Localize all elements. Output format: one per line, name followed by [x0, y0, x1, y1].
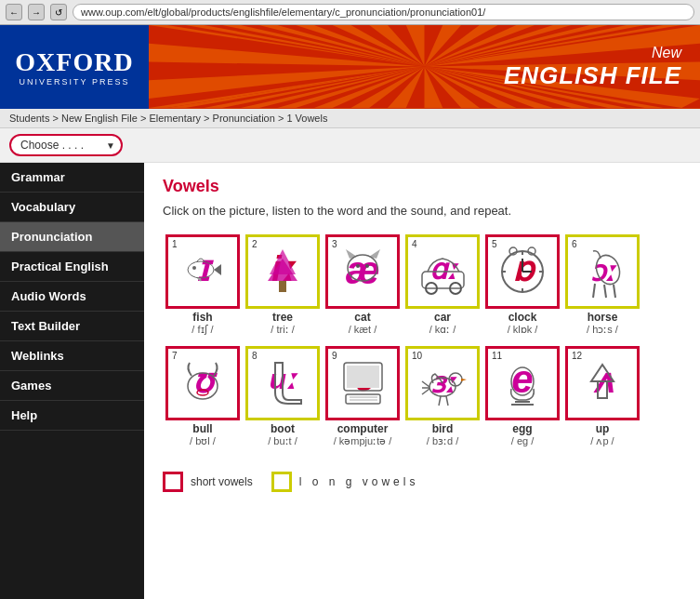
vowel-phonetic-up: / ʌp / [590, 435, 614, 447]
navigation-dropdown[interactable]: Choose . . . . Pronunciation 1 Pronuncia… [9, 134, 123, 156]
page-title: Vowels [163, 177, 681, 196]
fish-image: ɪ [173, 242, 233, 302]
content-area: Vowels Click on the picture, listen to t… [144, 163, 700, 599]
vowel-word-computer: computer [337, 422, 389, 435]
vowel-word-egg: egg [512, 422, 532, 435]
legend: short vowels l o n g vowels [163, 464, 681, 499]
vowel-phonetic-car: / kɑː / [429, 324, 456, 336]
vowel-item-tree[interactable]: 2 iː tree / triː / [245, 234, 320, 336]
main-layout: Grammar Vocabulary Pronunciation Practic… [0, 163, 700, 599]
vowel-word-boot: boot [271, 422, 295, 435]
svg-rect-43 [279, 281, 286, 292]
egg-image: e [493, 353, 553, 414]
vowel-item-egg[interactable]: 11 e egg / eg / [485, 346, 560, 447]
sidebar-item-pronunciation[interactable]: Pronunciation [0, 222, 144, 252]
vowel-box-bird[interactable]: 10 ɜː [405, 346, 480, 420]
vowel-item-horse[interactable]: 6 ɔː horse / hɔːs / [565, 234, 640, 336]
oxford-sub: UNIVERSITY PRESS [20, 77, 130, 87]
vowel-grid-row2: 7 ʊ bull / bʊl / [163, 343, 681, 450]
vowel-item-boot[interactable]: 8 uː boot / buːt / [245, 346, 320, 447]
back-button[interactable]: ← [6, 4, 22, 20]
short-vowels-label: short vowels [191, 475, 253, 488]
long-vowels-legend: l o n g vowels [271, 472, 419, 492]
vowel-phonetic-bull: / bʊl / [190, 435, 216, 447]
vowel-box-horse[interactable]: 6 ɔː [565, 234, 640, 309]
vowel-phonetic-bird: / bɜːd / [427, 435, 458, 447]
vowel-grid-row1: 1 ɪ fish / fɪʃ / [163, 232, 681, 339]
refresh-button[interactable]: ↺ [50, 4, 67, 20]
vowel-item-bull[interactable]: 7 ʊ bull / bʊl / [165, 346, 240, 447]
svg-rect-75 [347, 366, 379, 388]
vowel-box-computer[interactable]: 9 ə [325, 346, 400, 420]
vowel-box-cat[interactable]: 3 æ [325, 234, 400, 309]
sidebar-item-vocabulary[interactable]: Vocabulary [0, 193, 144, 222]
cat-image: æ [333, 242, 393, 302]
vowel-box-fish[interactable]: 1 ɪ [165, 234, 240, 309]
oxford-logo: OXFORD UNIVERSITY PRESS [0, 25, 149, 109]
sidebar-item-audio-words[interactable]: Audio Words [0, 282, 144, 312]
vowel-phonetic-egg: / eg / [511, 435, 534, 446]
dropdown-bar: Choose . . . . Pronunciation 1 Pronuncia… [0, 128, 700, 163]
forward-button[interactable]: → [28, 4, 45, 20]
vowel-item-computer[interactable]: 9 ə computer / kəmpjuːtə / [325, 346, 400, 447]
vowel-word-car: car [434, 311, 451, 324]
new-label: New [504, 45, 681, 61]
new-english-file-branding: New ENGLISH FILE [504, 45, 681, 90]
sidebar-item-weblinks[interactable]: Weblinks [0, 341, 144, 371]
vowel-phonetic-cat: / kæt / [349, 324, 377, 335]
long-vowels-label: l o n g vowels [299, 475, 419, 488]
svg-point-48 [356, 264, 360, 268]
vowel-box-up[interactable]: 12 ʌ [565, 346, 640, 420]
vowel-box-egg[interactable]: 11 e [485, 346, 560, 420]
svg-point-39 [192, 266, 196, 270]
oxford-text: OXFORD [15, 47, 133, 77]
svg-line-67 [604, 285, 606, 298]
vowel-word-tree: tree [272, 311, 293, 324]
vowel-word-bird: bird [432, 422, 454, 435]
vowel-phonetic-computer: / kəmpjuːtə / [334, 435, 392, 447]
vowel-box-bull[interactable]: 7 ʊ [165, 346, 240, 420]
breadcrumb: Students > New English File > Elementary… [0, 109, 700, 128]
boot-image: uː [253, 353, 313, 414]
sidebar-item-games[interactable]: Games [0, 371, 144, 401]
computer-image: ə [333, 353, 393, 414]
sidebar: Grammar Vocabulary Pronunciation Practic… [0, 163, 144, 599]
browser-bar: ← → ↺ www.oup.com/elt/global/products/en… [0, 0, 700, 25]
vowel-item-fish[interactable]: 1 ɪ fish / fɪʃ / [165, 234, 240, 336]
svg-text:ɪ: ɪ [196, 249, 214, 288]
english-file-label: ENGLISH FILE [504, 61, 681, 90]
vowel-item-cat[interactable]: 3 æ cat / kæt / [325, 234, 400, 336]
vowel-phonetic-fish: / fɪʃ / [192, 324, 213, 336]
sidebar-item-grammar[interactable]: Grammar [0, 163, 144, 193]
clock-image: ɒ [493, 242, 553, 302]
horse-image: ɔː [573, 242, 633, 302]
vowel-box-tree[interactable]: 2 iː [245, 234, 320, 309]
url-bar[interactable]: www.oup.com/elt/global/products/englishf… [73, 4, 694, 20]
vowel-word-bull: bull [192, 422, 212, 435]
long-vowel-box [271, 472, 292, 492]
vowel-box-car[interactable]: 4 ɑː [405, 234, 480, 309]
car-image: ɑː [413, 242, 473, 302]
vowel-item-bird[interactable]: 10 ɜː [405, 346, 480, 447]
vowel-item-up[interactable]: 12 ʌ up / ʌp / [565, 346, 640, 447]
vowel-box-boot[interactable]: 8 uː [245, 346, 320, 420]
vowel-word-clock: clock [508, 311, 537, 324]
site-header: OXFORD UNIVERSITY PRESS [0, 25, 700, 109]
vowel-item-clock[interactable]: 5 ɒ cl [485, 234, 560, 336]
dropdown-wrapper[interactable]: Choose . . . . Pronunciation 1 Pronuncia… [9, 134, 123, 156]
sidebar-item-text-builder[interactable]: Text Builder [0, 312, 144, 341]
bird-image: ɜː [413, 353, 473, 414]
svg-marker-38 [214, 264, 221, 275]
short-vowel-box [163, 472, 183, 492]
vowel-item-car[interactable]: 4 ɑː car / kɑː / [405, 234, 480, 336]
sidebar-item-help[interactable]: Help [0, 401, 144, 431]
short-vowels-legend: short vowels [163, 472, 253, 492]
header-banner: New ENGLISH FILE [149, 25, 700, 109]
svg-marker-82 [461, 379, 467, 381]
sidebar-item-practical-english[interactable]: Practical English [0, 252, 144, 282]
vowel-phonetic-tree: / triː / [271, 324, 294, 336]
vowel-phonetic-horse: / hɔːs / [587, 324, 618, 336]
vowel-box-clock[interactable]: 5 ɒ [485, 234, 560, 309]
svg-point-49 [365, 264, 369, 268]
instruction-text: Click on the picture, listen to the word… [163, 204, 681, 218]
